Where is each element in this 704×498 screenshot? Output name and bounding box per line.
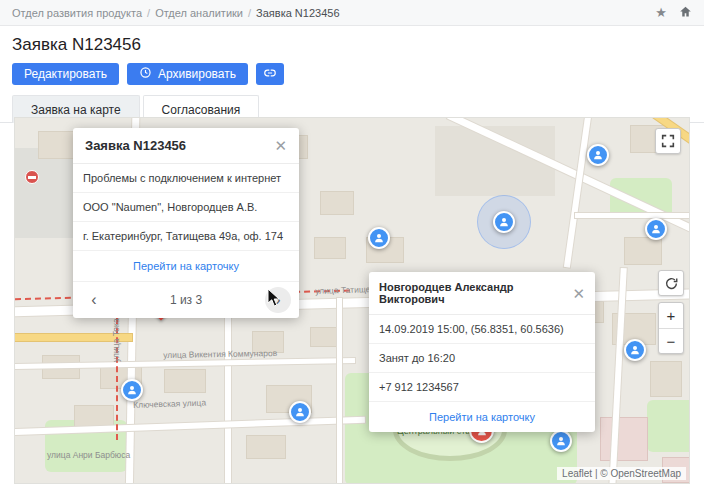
employee-marker[interactable] [645,218,667,240]
employee-marker[interactable] [587,144,609,166]
goto-card-link[interactable]: Перейти на карточку [73,251,299,281]
map[interactable]: улица Татищеваулица Токарейулица Викенти… [14,117,690,484]
page-indicator: 1 из 3 [170,293,202,307]
building [165,370,205,392]
star-icon[interactable]: ★ [655,6,667,19]
breadcrumb-items: Отдел развития продукта/Отдел аналитики/… [12,7,340,19]
building [625,238,661,264]
breadcrumb-item[interactable]: Отдел аналитики [155,7,243,19]
employee-marker[interactable] [493,211,515,233]
building [601,418,647,460]
employee-marker[interactable] [624,339,646,361]
employee-popup-title: Новгородцев Александр Викторович [379,281,564,305]
building [311,328,337,346]
breadcrumb-separator: / [248,7,251,19]
header-icons: ★ [655,5,692,20]
street-label: Ключевская улица [133,397,206,410]
mouse-cursor [267,288,283,308]
page: Отдел развития продукта/Отдел аналитики/… [0,0,704,498]
building [651,362,681,396]
employee-marker[interactable] [550,430,572,452]
park-area [647,400,690,452]
building [247,436,285,458]
zoom-control: + − [658,302,684,354]
breadcrumb-item[interactable]: Отдел развития продукта [12,7,142,19]
zoom-in-button[interactable]: + [659,303,683,328]
employee-busy-until: Занят до 16:20 [369,344,595,373]
request-popup: Заявка N123456 ✕ Проблемы с подключением… [73,128,299,318]
goto-card-link[interactable]: Перейти на карточку [369,402,595,432]
street-label: улица Викентия Коммунаров [163,348,277,360]
employee-phone: +7 912 1234567 [369,373,595,402]
road [564,117,592,268]
prev-page-icon[interactable]: ‹ [81,287,107,313]
employee-popup: Новгородцев Александр Викторович ✕ 14.09… [369,272,595,432]
road [575,213,690,218]
edit-button[interactable]: Редактировать [12,63,119,85]
request-client: ООО "Naumen", Новгородцев А.В. [73,193,299,222]
request-popup-title: Заявка N123456 [85,138,186,153]
archive-button-label: Архивировать [158,67,236,81]
building [315,238,345,258]
breadcrumb-item: Заявка N123456 [256,7,339,19]
action-bar: Редактировать Архивировать [12,63,692,85]
clock-icon [139,66,152,82]
archive-button[interactable]: Архивировать [127,63,248,85]
employee-marker[interactable] [368,227,390,249]
close-icon[interactable]: ✕ [572,286,585,301]
close-icon[interactable]: ✕ [274,138,287,153]
link-icon [263,66,277,83]
popup-pagination: ‹ 1 из 3 › [73,281,299,318]
fullscreen-button[interactable] [655,128,681,154]
road [337,298,342,484]
copy-link-button[interactable] [256,63,284,85]
employee-marker[interactable] [121,379,143,401]
building [321,192,353,214]
street-label: улица Анри Барбюса [47,450,130,460]
employee-marker[interactable] [289,401,311,423]
refresh-button[interactable] [658,270,684,296]
request-address: г. Екатеринбург, Татищева 49а, оф. 174 [73,222,299,251]
map-attribution[interactable]: Leaflet | © OpenStreetMap [557,467,686,480]
request-subject: Проблемы с подключением к интернет [73,164,299,193]
breadcrumb-separator: / [147,7,150,19]
page-title: Заявка N123456 [12,35,692,55]
no-entry-sign-icon [25,170,39,184]
employee-location: 14.09.2019 15:00, (56.8351, 60.5636) [369,315,595,344]
breadcrumb: Отдел развития продукта/Отдел аналитики/… [0,0,704,26]
zoom-out-button[interactable]: − [659,328,683,353]
home-icon[interactable] [679,5,692,20]
